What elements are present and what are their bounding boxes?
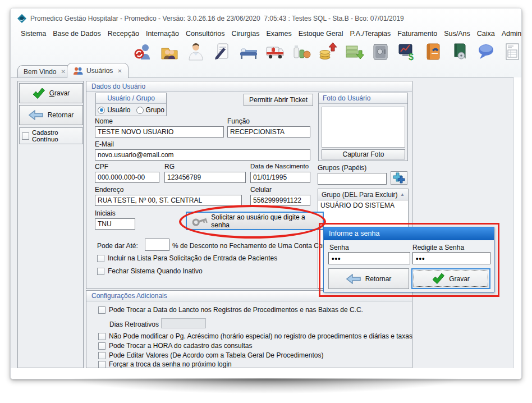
menu-faturamento[interactable]: Faturamento (394, 29, 441, 39)
content-right-gutter (513, 77, 522, 368)
foto-usuario-group: Foto do Usuário Capturar Foto (318, 93, 408, 161)
fechar-sistema-checkbox[interactable] (97, 268, 104, 275)
config-checkbox-3[interactable] (98, 352, 106, 359)
config-row-2: Pode Trocar a HORA do cadastro das consu… (98, 342, 252, 350)
window-title: Promedico Gestão Hospitalar - Promedico … (30, 15, 404, 22)
rg-input[interactable] (164, 172, 246, 183)
config-checkbox-0[interactable] (98, 306, 106, 314)
users-icon (73, 67, 83, 75)
svg-text:$: $ (409, 52, 414, 61)
retornar-button[interactable]: Retornar (19, 105, 83, 125)
gravar-label: Gravar (49, 89, 70, 97)
tab-close-icon[interactable]: ✕ (117, 68, 122, 74)
cadastro-continuo-checkbox[interactable] (22, 132, 29, 140)
iniciais-label: Iniciais (95, 209, 116, 217)
config-label-0: Pode Trocar a Data do Lancto nos Registr… (109, 306, 363, 314)
solicitar-senha-button[interactable]: Solicitar ao usuário que digite a senha (186, 212, 324, 230)
menu-administracao[interactable]: Administra (498, 29, 521, 39)
informe-senha-dialog: Informe a senha Senha Redigite a Senha R… (323, 227, 494, 292)
sort-asc-icon[interactable]: ▲ (400, 192, 405, 197)
sidebar: Gravar Retornar Cadastro Contínuo (17, 81, 84, 368)
nascimento-combo[interactable] (250, 172, 310, 183)
nome-input[interactable] (95, 126, 224, 138)
endereco-label: Endereço (95, 186, 123, 194)
menu-exames[interactable]: Exames (263, 29, 295, 39)
titlebar: Promedico Gestão Hospitalar - Promedico … (17, 13, 404, 24)
phone-directory-icon[interactable] (424, 42, 443, 61)
gravar-button[interactable]: Gravar (19, 83, 83, 103)
menu-cirurgias[interactable]: Cirurgias (228, 29, 263, 39)
capturar-foto-button[interactable]: Capturar Foto (322, 149, 405, 159)
menu-pa-terapias[interactable]: P.A./Terapias (347, 29, 395, 39)
email-input[interactable] (95, 149, 310, 161)
email-label: E-Mail (95, 140, 114, 148)
tab-bem-vindo-label: Bem Vindo (24, 68, 56, 76)
funcao-input[interactable] (227, 126, 310, 138)
menu-caixa[interactable]: Caixa (474, 29, 498, 39)
dias-retroativos-input[interactable] (161, 318, 206, 328)
check-icon (33, 88, 45, 99)
tab-bem-vindo[interactable]: Bem Vindo ✕ (17, 65, 72, 77)
payment-down-icon[interactable] (345, 42, 364, 61)
usuario-grupo-box: Usuário / Grupo Usuário Grupo (95, 93, 167, 116)
menu-internacao[interactable]: Internação (143, 29, 182, 39)
hospital-bed-icon[interactable] (239, 42, 258, 61)
app-window: Promedico Gestão Hospitalar - Promedico … (10, 8, 522, 379)
add-plus-icon (392, 172, 406, 184)
screenshot-stage: Promedico Gestão Hospitalar - Promedico … (0, 0, 532, 403)
foto-usuario-header: Foto do Usuário (319, 93, 407, 104)
endereco-input[interactable] (95, 195, 242, 206)
menu-recepcao[interactable]: Recepção (104, 29, 143, 39)
tab-usuarios[interactable]: Usuários ✕ (67, 63, 129, 78)
config-checkbox-1[interactable] (98, 333, 106, 340)
grupo-list-header[interactable]: Grupo (DEL Para Excluir) ▲ (318, 189, 408, 200)
radio-grupo[interactable]: Grupo (136, 106, 164, 114)
pode-dar-ate-input[interactable] (145, 239, 169, 251)
iniciais-input[interactable] (95, 218, 135, 230)
menu-base-de-dados[interactable]: Base de Dados (49, 29, 104, 39)
cpf-input[interactable] (95, 172, 159, 183)
permitir-abrir-ticket-button[interactable]: Permitir Abrir Ticket (244, 94, 313, 106)
radio-usuario-control[interactable] (98, 107, 105, 114)
menu-consultorios[interactable]: Consultórios (182, 29, 228, 39)
config-checkbox-2[interactable] (98, 342, 106, 350)
incluir-lista-row: Incluir na Lista Para Solicitação de Ent… (97, 254, 277, 262)
users-folder-icon[interactable] (160, 42, 179, 61)
manual-book-icon[interactable] (450, 42, 469, 61)
menu-sus-ans[interactable]: Sus/Ans (441, 29, 474, 39)
list-item[interactable]: USUÁRIO DO SISTEMA (318, 200, 408, 212)
radio-grupo-control[interactable] (136, 107, 144, 114)
dialog-gravar-button[interactable]: Gravar (411, 268, 490, 289)
app-logo-icon (17, 14, 26, 23)
prescription-icon[interactable] (213, 42, 232, 61)
senha-input[interactable] (328, 252, 410, 264)
celular-input[interactable] (250, 195, 310, 206)
billing-icon[interactable]: $ (397, 42, 416, 61)
dados-usuario-header: Dados do Usuário (86, 81, 412, 92)
report-icon[interactable] (503, 42, 522, 61)
menu-sistema[interactable]: Sistema (17, 29, 49, 39)
config-checkbox-4[interactable] (98, 361, 106, 368)
tab-close-icon[interactable]: ✕ (61, 68, 65, 75)
revenue-up-icon[interactable] (318, 42, 337, 61)
ambulance-icon[interactable] (265, 42, 285, 61)
config-row-4: Forçar a troca da senha no próximo login (98, 360, 232, 368)
grupos-combo[interactable] (318, 173, 387, 185)
radio-usuario[interactable]: Usuário (98, 106, 130, 114)
redigite-input[interactable] (412, 252, 490, 264)
menu-estoque-geral[interactable]: Estoque Geral (295, 29, 347, 39)
key-icon (191, 215, 208, 227)
sync-contact-icon[interactable] (134, 42, 153, 61)
incluir-lista-checkbox[interactable] (97, 255, 104, 262)
safe-icon[interactable] (371, 42, 390, 61)
config-row-1: Não Pode modificar o Pg. Acréscimo (horá… (98, 332, 412, 340)
tab-usuarios-label: Usuários (86, 67, 113, 75)
dialog-retornar-button[interactable]: Retornar (328, 268, 409, 289)
rg-label: RG (164, 163, 175, 171)
window-drop-shadow (4, 378, 528, 401)
pharmacy-icon[interactable] (292, 42, 311, 61)
pode-dar-ate-label: Pode dar Até: (97, 242, 138, 250)
doctor-icon[interactable] (186, 42, 205, 61)
chat-icon[interactable] (476, 42, 496, 61)
add-grupo-button[interactable] (391, 171, 407, 185)
